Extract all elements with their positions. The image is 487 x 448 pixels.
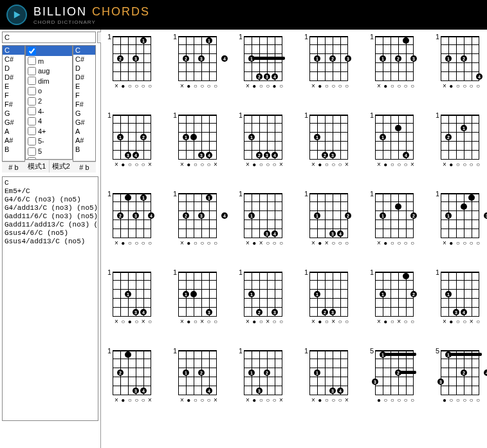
play-icon[interactable] [6, 5, 27, 25]
chord-diagram[interactable]: 112×●○○○○ [367, 193, 416, 246]
modifier-checkbox[interactable] [28, 107, 36, 115]
chord-diagram[interactable]: 11234×●○○○× [236, 115, 285, 167]
root-note-item[interactable]: G [73, 109, 95, 118]
root-note-item[interactable]: E [3, 82, 24, 91]
string-marker: ○ [265, 241, 270, 246]
result-item[interactable]: Gsus4/add13/C (no5) [5, 238, 96, 246]
result-item[interactable]: Gadd11/6/C (no3) (no5) [5, 212, 96, 221]
modifier-item[interactable]: m [26, 56, 72, 66]
root-note-item[interactable]: B [73, 145, 95, 154]
chord-diagram[interactable]: 12314×●○○○○ [105, 193, 154, 246]
root-note-item[interactable]: B [3, 145, 24, 154]
modifier-item[interactable]: aug [26, 66, 72, 76]
root-note-item[interactable]: F# [73, 100, 95, 109]
chord-diagram[interactable]: 5312●○○○○○ [367, 350, 416, 403]
chord-diagram[interactable]: 1124×●○○○× [170, 350, 219, 403]
modifier-item[interactable]: 5- [26, 136, 72, 146]
modifier-checkbox[interactable] [28, 97, 36, 106]
modifier-checkbox[interactable] [28, 67, 36, 75]
root-note-list-left[interactable]: CC#DD#EFF#GG#AA#B [2, 45, 25, 162]
tab-mode1[interactable]: 模式1 [25, 160, 50, 173]
root-note-item[interactable]: E [73, 82, 95, 91]
chord-diagram[interactable]: 1234×●○○○× [105, 350, 154, 403]
chord-diagram[interactable]: 1134×●○○○× [302, 350, 351, 403]
modifier-checkbox[interactable] [28, 117, 36, 126]
chord-diagram[interactable]: 1134×●○○×○ [433, 272, 482, 324]
root-note-item[interactable]: C [73, 46, 95, 55]
fret-number: 1 [170, 111, 177, 160]
result-item[interactable]: Em5+/C [5, 187, 96, 196]
root-note-item[interactable]: A [3, 127, 24, 136]
modifier-checkbox[interactable] [28, 147, 36, 156]
root-note-item[interactable]: C [3, 46, 24, 55]
chord-diagram[interactable]: 11342×●×○○○ [302, 193, 351, 246]
chord-diagram[interactable]: 121×●○○○○ [433, 115, 482, 167]
chord-diagram[interactable]: 113×●○×○○ [170, 272, 219, 324]
root-note-item[interactable]: C# [73, 55, 95, 64]
modifier-item[interactable]: 5 [26, 146, 72, 156]
chord-diagram[interactable]: 1132×●○○○× [236, 350, 285, 403]
modifier-item[interactable]: 4- [26, 106, 72, 117]
root-note-item[interactable]: D [3, 64, 24, 73]
root-note-item[interactable]: D [73, 64, 95, 73]
chord-diagram[interactable]: 1134×○●○×○ [105, 272, 154, 324]
chord-diagram[interactable]: 1123×●○×○○ [302, 272, 351, 324]
modifier-item[interactable]: 4 [26, 116, 72, 126]
modifier-checkbox[interactable] [28, 137, 36, 145]
root-note-item[interactable]: D# [3, 73, 24, 82]
root-note-item[interactable]: F# [3, 100, 24, 109]
modifier-item[interactable]: o [26, 86, 72, 96]
modifier-checkbox[interactable] [28, 77, 36, 85]
root-note-item[interactable]: A# [3, 136, 24, 145]
chord-modifier-list[interactable]: maugdimo24-44+5-55+6-66+7- [25, 45, 73, 160]
modifier-checkbox[interactable] [28, 127, 36, 135]
chord-search-input[interactable] [2, 32, 96, 43]
chord-diagram[interactable]: 1123×●○○○○ [302, 36, 351, 89]
chord-diagram[interactable]: 112×●○×○○ [367, 272, 416, 324]
string-marker: × [199, 319, 205, 324]
modifier-label: 2 [38, 97, 42, 105]
modifier-item[interactable] [26, 46, 72, 56]
chord-diagram[interactable]: 1231×●○○○○ [105, 36, 154, 89]
chord-diagram[interactable]: 11342×●○○○× [105, 115, 154, 167]
root-note-item[interactable]: G [3, 109, 24, 118]
chord-diagram[interactable]: 1134×●×○○○ [236, 193, 285, 246]
modifier-checkbox[interactable] [28, 47, 36, 55]
tab-mode2[interactable]: 模式2 [50, 160, 73, 173]
result-item[interactable]: C [5, 179, 96, 187]
chord-diagram[interactable]: 12314×●○○○○ [170, 36, 219, 89]
root-note-item[interactable]: A [73, 127, 95, 136]
modifier-checkbox[interactable] [28, 57, 36, 65]
chord-results-list[interactable]: CEm5+/CG4/6/C (no3) (no5)G4/add13/C (no3… [2, 176, 98, 421]
chord-diagram[interactable]: 1123×●○○○× [302, 115, 351, 167]
result-item[interactable]: Gadd11/add13/C (no3) (n [5, 221, 96, 229]
result-item[interactable]: Gsus4/6/C (no5) [5, 229, 96, 238]
root-note-item[interactable]: F [73, 91, 95, 100]
modifier-item[interactable]: dim [26, 76, 72, 86]
modifier-checkbox[interactable] [28, 87, 36, 95]
chord-diagram[interactable]: 11234×●○○●○ [236, 36, 285, 89]
chord-diagram[interactable]: 114×●○○○× [367, 115, 416, 167]
chord-diagram[interactable]: 12314×●○○○○ [170, 193, 219, 246]
result-item[interactable]: G4/6/C (no3) (no5) [5, 196, 96, 204]
chord-diagram[interactable]: 53124●○○○○○ [433, 350, 482, 403]
root-note-item[interactable]: D# [73, 73, 95, 82]
root-note-item[interactable]: G# [3, 118, 24, 127]
result-item[interactable]: G4/add13/C (no3) (no5) [5, 204, 96, 212]
chord-diagram[interactable]: 1123×●○×○○ [236, 272, 285, 324]
string-marker: ● [376, 398, 381, 403]
chord-diagram[interactable]: 1134×●○○○× [170, 115, 219, 167]
chord-diagram[interactable]: 1123×●○○○○ [367, 36, 416, 89]
root-note-item[interactable]: A# [73, 136, 95, 145]
chord-diagram[interactable]: 113×●○○○○ [433, 193, 482, 246]
tab-sharp-flat-left[interactable]: # b [2, 162, 25, 173]
modifier-item[interactable]: 2 [26, 96, 72, 106]
root-note-item[interactable]: C# [3, 55, 24, 64]
string-marker: ○ [199, 162, 205, 167]
root-note-item[interactable]: F [3, 91, 24, 100]
chord-diagram[interactable]: 1124×●○○○○ [433, 36, 482, 89]
tab-sharp-flat-right[interactable]: # b [73, 162, 96, 173]
modifier-item[interactable]: 4+ [26, 126, 72, 136]
root-note-item[interactable]: G# [73, 118, 95, 127]
root-note-list-right[interactable]: CC#DD#EFF#GG#AA#B [73, 45, 96, 162]
